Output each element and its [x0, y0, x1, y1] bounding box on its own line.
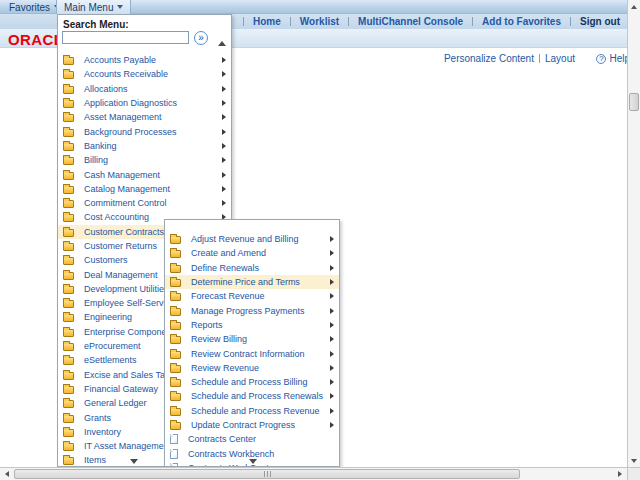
submenu-item[interactable]: Define Renewals: [165, 261, 339, 275]
menu-item[interactable]: Commitment Control: [58, 196, 231, 210]
menu-item[interactable]: Application Diagnostics: [58, 96, 231, 110]
menu-item[interactable]: Catalog Management: [58, 182, 231, 196]
menu-item-label: Inventory: [84, 427, 121, 437]
submenu-item[interactable]: Create and Amend: [165, 246, 339, 260]
folder-icon: [63, 229, 74, 237]
folder-icon: [63, 186, 74, 194]
header-nav-link[interactable]: Home: [234, 16, 281, 27]
submenu-item-label: Contracts Workbench: [188, 449, 274, 459]
submenu-arrow-icon: [222, 129, 226, 135]
menu-item[interactable]: Accounts Payable: [58, 53, 231, 67]
menu-item[interactable]: Billing: [58, 153, 231, 167]
menu-item[interactable]: Banking: [58, 139, 231, 153]
search-go-button double-chevron-icon[interactable]: »: [194, 31, 208, 45]
menu-item-label: Background Processes: [84, 127, 177, 137]
submenu-arrow-icon: [222, 186, 226, 192]
submenu-item-label: Adjust Revenue and Billing: [191, 234, 299, 244]
scrollbar-right-button[interactable]: [613, 468, 626, 480]
menu-item[interactable]: Asset Management: [58, 110, 231, 124]
folder-icon: [63, 300, 74, 308]
submenu-arrow-icon: [330, 236, 334, 242]
submenu-item[interactable]: Schedule and Process Billing: [165, 375, 339, 389]
horizontal-scrollbar-thumb[interactable]: [14, 469, 520, 479]
submenu-item[interactable]: Reports: [165, 318, 339, 332]
submenu-item[interactable]: Determine Price and Terms: [165, 275, 339, 289]
header-nav-link[interactable]: Add to Favorites: [463, 16, 561, 27]
submenu-item-label: Review Contract Information: [191, 349, 305, 359]
submenu-arrow-icon: [330, 279, 334, 285]
header-nav-link-label: Home: [253, 16, 281, 27]
submenu-arrow-icon: [330, 293, 334, 299]
menu-item-label: Billing: [84, 155, 108, 165]
help-question-icon: ?: [596, 54, 606, 64]
folder-icon: [63, 257, 74, 265]
header-nav-link-label: Add to Favorites: [482, 16, 561, 27]
folder-icon: [63, 200, 74, 208]
vertical-scrollbar-thumb[interactable]: [629, 93, 639, 111]
vertical-scrollbar[interactable]: [627, 0, 640, 467]
submenu-item[interactable]: Forecast Revenue: [165, 289, 339, 303]
scrollbar-up-button[interactable]: [628, 0, 640, 13]
folder-icon: [63, 86, 74, 94]
submenu-item[interactable]: Review Revenue: [165, 361, 339, 375]
submenu-item[interactable]: Schedule and Process Revenue: [165, 404, 339, 418]
menu-item-label: Engineering: [84, 312, 132, 322]
submenu-arrow-icon: [330, 422, 334, 428]
customer-contracts-submenu: Adjust Revenue and Billing Create and Am…: [164, 219, 340, 467]
submenu-arrow-icon: [222, 71, 226, 77]
menu-item[interactable]: Background Processes: [58, 124, 231, 138]
horizontal-scrollbar[interactable]: [0, 467, 627, 480]
menu-item-label: eSettlements: [84, 355, 137, 365]
personalize-content-link[interactable]: Personalize Content: [444, 53, 534, 64]
submenu-item-label: Create and Amend: [191, 248, 266, 258]
header-nav-link[interactable]: Worklist: [281, 16, 339, 27]
submenu-item[interactable]: Schedule and Process Renewals: [165, 389, 339, 403]
menu-item-label: eProcurement: [84, 341, 141, 351]
folder-icon: [170, 236, 181, 244]
submenu-list: Adjust Revenue and Billing Create and Am…: [165, 232, 339, 466]
menu-scroll-down-icon[interactable]: [130, 459, 138, 464]
menu-item-label: Customer Contracts: [84, 227, 164, 237]
submenu-item-label: Define Renewals: [191, 263, 259, 273]
personalize-row: Personalize Content Layout: [444, 53, 575, 64]
submenu-item[interactable]: Adjust Revenue and Billing: [165, 232, 339, 246]
folder-icon: [63, 71, 74, 79]
menu-scroll-up-icon[interactable]: [218, 41, 226, 46]
submenu-item[interactable]: Manage Progress Payments: [165, 303, 339, 317]
submenu-arrow-icon: [222, 143, 226, 149]
header-nav-link[interactable]: Sign out: [561, 16, 620, 27]
menu-item-label: Deal Management: [84, 270, 158, 280]
search-menu-input[interactable]: [62, 31, 189, 44]
folder-icon: [170, 393, 181, 401]
menu-item-label: Application Diagnostics: [84, 98, 177, 108]
tab-main-menu[interactable]: Main Menu: [56, 0, 131, 14]
triangle-left-icon: [5, 471, 9, 477]
thumb-grip-icon: [267, 471, 268, 477]
help-row: ? Help: [596, 53, 630, 64]
triangle-right-icon: [618, 471, 622, 477]
header-nav-link-label: Sign out: [580, 16, 620, 27]
folder-icon: [63, 214, 74, 222]
menu-item[interactable]: Allocations: [58, 82, 231, 96]
submenu-item[interactable]: Update Contract Progress: [165, 418, 339, 432]
page-icon: [170, 449, 178, 459]
header-nav-link[interactable]: MultiChannel Console: [339, 16, 463, 27]
menu-item-label: Customer Returns: [84, 241, 157, 251]
header-nav-link-label: MultiChannel Console: [358, 16, 463, 27]
folder-icon: [63, 57, 74, 65]
submenu-item-label: Contracts WorkCenter: [188, 463, 277, 466]
menu-item[interactable]: Cash Management: [58, 167, 231, 181]
scrollbar-left-button[interactable]: [0, 468, 13, 480]
divider: [539, 54, 540, 63]
scrollbar-down-button[interactable]: [628, 454, 640, 467]
submenu-arrow-icon: [222, 100, 226, 106]
submenu-scroll-down-icon[interactable]: [249, 459, 257, 464]
folder-icon: [63, 400, 74, 408]
layout-link[interactable]: Layout: [545, 53, 575, 64]
menu-item-label: Accounts Receivable: [84, 69, 168, 79]
submenu-item[interactable]: Review Billing: [165, 332, 339, 346]
menu-item[interactable]: Accounts Receivable: [58, 67, 231, 81]
submenu-item[interactable]: Contracts Center: [165, 432, 339, 446]
menu-item-label: Asset Management: [84, 112, 162, 122]
submenu-item[interactable]: Review Contract Information: [165, 346, 339, 360]
